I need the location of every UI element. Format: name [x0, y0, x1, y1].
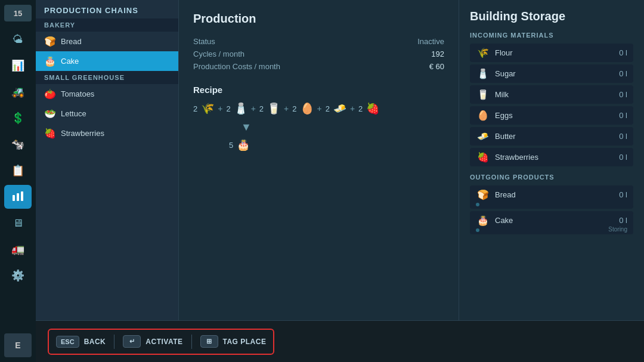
chain-item-tomatoes[interactable]: 🍅 Tomatoes [36, 84, 178, 104]
sidebar-item-settings[interactable]: ⚙️ [4, 264, 32, 287]
ingredient-num-4: 2 [292, 104, 296, 113]
cake-storing-dot [476, 228, 479, 232]
bread-icon: 🍞 [44, 36, 56, 47]
ingredient-icon-milk: 🥛 [267, 102, 280, 115]
eggs-icon: 🥚 [476, 110, 490, 121]
sidebar-item-monitor[interactable]: 🖥 [4, 211, 32, 235]
activate-button[interactable]: ↵ ACTIVATE [123, 335, 182, 349]
sugar-name: Sugar [495, 69, 619, 78]
strawberries-store-name: Strawberries [495, 153, 619, 162]
tomatoes-icon: 🍅 [44, 88, 56, 100]
cake-icon: 🎂 [44, 55, 56, 67]
outgoing-header: OUTGOING PRODUCTS [470, 174, 633, 181]
storage-panel: Building Storage INCOMING MATERIALS 🌾 Fl… [459, 0, 644, 320]
ingredient-icon-butter: 🧈 [333, 102, 346, 115]
status-value: Inactive [417, 37, 444, 46]
chain-label-strawberries: Strawberries [61, 129, 104, 138]
butter-amount: 0 l [619, 132, 627, 141]
recipe-arrow-icon: ▼ [241, 121, 252, 134]
chains-panel: PRODUCTION CHAINS BAKERY 🍞 Bread 🎂 Cake … [36, 0, 179, 320]
back-label: BACK [84, 338, 106, 346]
svg-rect-2 [21, 191, 23, 201]
lettuce-icon: 🥗 [44, 108, 56, 119]
storage-item-milk: 🥛 Milk 0 l [470, 85, 633, 104]
strawberries-store-amount: 0 l [619, 153, 627, 162]
chain-label-lettuce: Lettuce [61, 109, 86, 118]
storage-item-butter: 🧈 Butter 0 l [470, 127, 633, 146]
stats-row-cycles: Cycles / month 192 [193, 48, 444, 60]
ingredient-icon-flour: 🌾 [201, 102, 214, 115]
recipe-label: Recipe [193, 85, 444, 95]
strawberries-icon: 🍓 [44, 128, 56, 139]
costs-label: Production Costs / month [193, 62, 280, 71]
stats-row-costs: Production Costs / month € 60 [193, 60, 444, 73]
ingredient-num-3: 2 [259, 104, 264, 113]
chain-label-bread: Bread [61, 37, 82, 46]
milk-icon: 🥛 [476, 89, 490, 100]
ingredient-num-5: 2 [326, 104, 330, 113]
activate-label: ACTIVATE [145, 338, 182, 346]
chain-item-strawberries[interactable]: 🍓 Strawberries [36, 123, 178, 143]
ingredient-num-2: 2 [226, 104, 230, 113]
sidebar-item-chart[interactable]: 📊 [4, 54, 32, 78]
eggs-name: Eggs [495, 111, 619, 120]
bread-out-icon: 🍞 [476, 189, 490, 200]
sidebar-top-number: 15 [4, 5, 32, 21]
sidebar: 15 🌤 📊 🚜 💲 🐄 📋 🖥 🚛 ⚙️ E [0, 0, 36, 362]
category-bakery: BAKERY [36, 18, 178, 32]
storage-item-cake-out: 🎂 Cake 0 l Storing [470, 211, 633, 234]
output-icon-cake: 🎂 [237, 138, 250, 151]
chain-item-cake[interactable]: 🎂 Cake [36, 51, 178, 71]
costs-value: € 60 [429, 62, 444, 71]
esc-key: ESC [56, 336, 79, 348]
eggs-amount: 0 l [619, 111, 627, 120]
cake-storing-tag: Storing [608, 226, 627, 233]
tag-place-button[interactable]: ⊞ TAG PLACE [200, 335, 267, 349]
storage-item-flour: 🌾 Flour 0 l [470, 44, 633, 62]
chain-item-lettuce[interactable]: 🥗 Lettuce [36, 104, 178, 123]
sugar-amount: 0 l [619, 69, 627, 78]
category-greenhouse: SMALL GREENHOUSE [36, 71, 178, 84]
ingredient-num-6: 2 [358, 104, 363, 113]
strawberries-store-icon: 🍓 [476, 151, 490, 163]
chains-title: PRODUCTION CHAINS [36, 0, 178, 18]
bread-out-name: Bread [495, 190, 619, 199]
flour-name: Flour [495, 48, 619, 57]
cake-out-name: Cake [495, 216, 619, 225]
main-content: PRODUCTION CHAINS BAKERY 🍞 Bread 🎂 Cake … [36, 0, 644, 362]
recipe-section: Recipe 2 🌾 + 2 🧂 + 2 🥛 + 2 🥚 + 2 🧈 + [193, 85, 444, 151]
flour-icon: 🌾 [476, 47, 490, 58]
status-label: Status [193, 37, 215, 46]
sidebar-item-letter[interactable]: E [4, 333, 32, 357]
svg-rect-0 [13, 195, 15, 201]
bottom-bar: ESC BACK ↵ ACTIVATE ⊞ TAG PLACE [36, 320, 644, 362]
sidebar-item-newspaper[interactable]: 📋 [4, 159, 32, 182]
recipe-ingredients-row: 2 🌾 + 2 🧂 + 2 🥛 + 2 🥚 + 2 🧈 + 2 🍓 [193, 102, 444, 115]
milk-name: Milk [495, 90, 619, 99]
sidebar-item-tractor[interactable]: 🚜 [4, 80, 32, 104]
sidebar-item-money[interactable]: 💲 [4, 106, 32, 130]
btn-separator-1 [114, 335, 114, 349]
milk-amount: 0 l [619, 90, 627, 99]
sugar-icon: 🧂 [476, 68, 490, 79]
stats-row-status: Status Inactive [193, 35, 444, 48]
flour-amount: 0 l [619, 48, 627, 57]
storage-item-eggs: 🥚 Eggs 0 l [470, 106, 633, 125]
top-area: PRODUCTION CHAINS BAKERY 🍞 Bread 🎂 Cake … [36, 0, 644, 320]
sidebar-item-field-tractor[interactable]: 🚛 [4, 237, 32, 261]
sidebar-item-weather[interactable]: 🌤 [4, 27, 32, 51]
back-button[interactable]: ESC BACK [56, 335, 106, 349]
chain-item-bread[interactable]: 🍞 Bread [36, 32, 178, 51]
chain-label-cake: Cake [61, 57, 79, 66]
production-panel: Production Status Inactive Cycles / mont… [179, 0, 459, 320]
butter-name: Butter [495, 132, 619, 141]
recipe-output-row: 5 🎂 [229, 138, 444, 151]
sidebar-item-cow[interactable]: 🐄 [4, 132, 32, 156]
ingredient-icon-sugar: 🧂 [234, 102, 247, 115]
cycles-label: Cycles / month [193, 49, 244, 58]
bread-out-amount: 0 l [619, 190, 627, 199]
cycles-value: 192 [431, 49, 444, 58]
sidebar-item-production[interactable] [4, 185, 32, 209]
bread-storing-dot [476, 203, 479, 206]
svg-rect-1 [17, 193, 19, 201]
